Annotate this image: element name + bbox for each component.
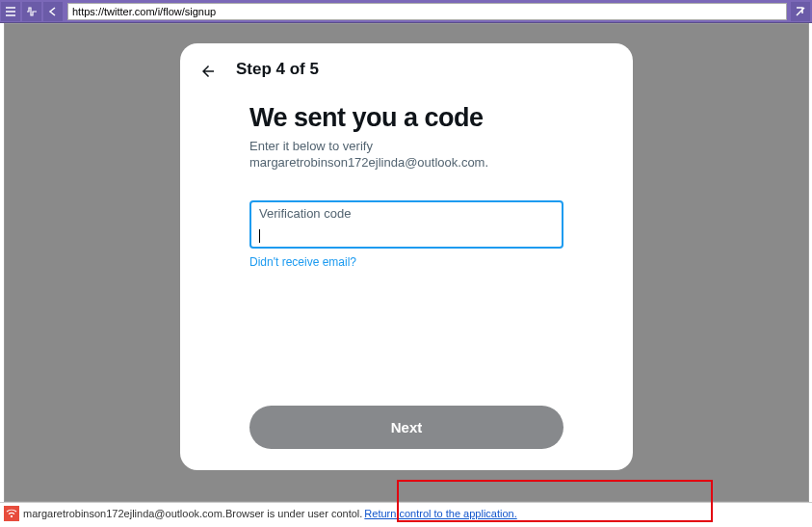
return-control-link[interactable]: Return control to the application.: [364, 508, 516, 519]
back-icon[interactable]: [43, 2, 63, 21]
url-input[interactable]: [67, 3, 787, 20]
status-bar: margaretrobinson172ejlinda@outlook.com. …: [0, 502, 812, 523]
resend-email-link[interactable]: Didn't receive email?: [249, 255, 356, 269]
browser-toolbar: [0, 0, 812, 23]
page-viewport: Step 4 of 5 We sent you a code Enter it …: [4, 23, 809, 502]
svg-point-0: [11, 515, 13, 517]
text-cursor: [259, 229, 260, 243]
input-label: Verification code: [259, 206, 554, 221]
next-button[interactable]: Next: [249, 406, 563, 449]
go-icon[interactable]: [791, 2, 810, 21]
wifi-icon: [4, 506, 19, 521]
verification-code-input[interactable]: Verification code: [249, 200, 563, 249]
modal-subtitle: Enter it below to verify margaretrobinso…: [249, 139, 563, 171]
modal-title: We sent you a code: [249, 103, 563, 133]
status-message: Browser is under user contol.: [225, 508, 362, 519]
back-arrow-button[interactable]: [194, 57, 223, 86]
status-email: margaretrobinson172ejlinda@outlook.com.: [23, 508, 225, 519]
menu-icon[interactable]: [1, 2, 20, 21]
signup-modal: Step 4 of 5 We sent you a code Enter it …: [180, 43, 633, 470]
pulse-icon[interactable]: [22, 2, 41, 21]
step-indicator: Step 4 of 5: [236, 60, 319, 79]
